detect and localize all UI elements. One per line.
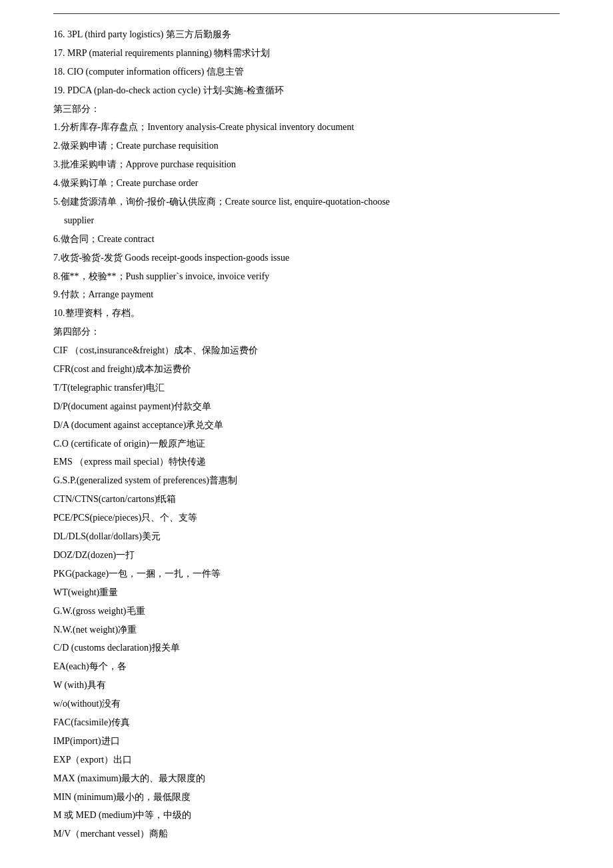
line-tt: T/T(telegraphic transfer)电汇 [53, 379, 560, 397]
line-4-purchase-order: 4.做采购订单；Create purchase order [53, 175, 560, 192]
line-exp: EXP（export）出口 [53, 751, 560, 769]
section-3-title: 第三部分： [53, 101, 560, 118]
main-content: 16. 3PL (third party logistics) 第三方后勤服务 … [53, 26, 560, 843]
line-9-payment: 9.付款；Arrange payment [53, 286, 560, 303]
line-5-supplier-cont: supplier [53, 212, 560, 229]
line-nw: N.W.(net weight)净重 [53, 621, 560, 639]
line-cif: CIF （cost,insurance&freight）成本、保险加运费价 [53, 342, 560, 359]
line-ea: EA(each)每个，各 [53, 658, 560, 675]
line-w: W (with)具有 [53, 677, 560, 694]
line-wo: w/o(without)没有 [53, 695, 560, 713]
line-17-mrp: 17. MRP (material requirements planning)… [53, 45, 560, 62]
line-pkg: PKG(package)一包，一捆，一扎，一件等 [53, 565, 560, 583]
line-doz: DOZ/DZ(dozen)一打 [53, 547, 560, 564]
line-wt: WT(weight)重量 [53, 584, 560, 601]
line-co: C.O (certificate of origin)一般原产地证 [53, 435, 560, 453]
line-10-archive: 10.整理资料，存档。 [53, 305, 560, 322]
line-16-3pl: 16. 3PL (third party logistics) 第三方后勤服务 [53, 26, 560, 43]
line-18-cio: 18. CIO (computer information officers) … [53, 63, 560, 81]
line-8-invoice: 8.催**，校验**；Push supplier`s invoice, invo… [53, 268, 560, 285]
line-dp: D/P(document against payment)付款交单 [53, 398, 560, 415]
line-dl: DL/DLS(dollar/dollars)美元 [53, 528, 560, 545]
line-da: D/A (document against acceptance)承兑交单 [53, 417, 560, 434]
section-4-title: 第四部分： [53, 323, 560, 341]
top-border [53, 13, 560, 14]
line-gsp: G.S.P.(generalized system of preferences… [53, 472, 560, 489]
line-imp: IMP(import)进口 [53, 733, 560, 750]
line-5-source-list: 5.创建货源清单，询价-报价-确认供应商；Create source list,… [53, 193, 560, 211]
line-6-contract: 6.做合同；Create contract [53, 231, 560, 248]
line-3-approve-req: 3.批准采购申请；Approve purchase requisition [53, 156, 560, 173]
line-med: M 或 MED (medium)中等，中级的 [53, 807, 560, 824]
line-ctn: CTN/CTNS(carton/cartons)纸箱 [53, 491, 560, 508]
line-cd: C/D (customs declaration)报关单 [53, 639, 560, 657]
line-mv: M/V（merchant vessel）商船 [53, 825, 560, 843]
line-min: MIN (minimum)最小的，最低限度 [53, 789, 560, 806]
line-7-goods-receipt: 7.收货-验货-发货 Goods receipt-goods inspectio… [53, 249, 560, 267]
line-fac: FAC(facsimile)传真 [53, 714, 560, 731]
line-pce: PCE/PCS(piece/pieces)只、个、支等 [53, 509, 560, 527]
line-cfr: CFR(cost and freight)成本加运费价 [53, 361, 560, 378]
line-ems: EMS （express mail special）特快传递 [53, 453, 560, 471]
line-19-pdca: 19. PDCA (plan-do-check action cycle) 计划… [53, 82, 560, 99]
line-max: MAX (maximum)最大的、最大限度的 [53, 770, 560, 787]
line-2-purchase-req: 2.做采购申请；Create purchase requisition [53, 137, 560, 155]
line-gw: G.W.(gross weight)毛重 [53, 603, 560, 620]
line-1-inventory: 1.分析库存-库存盘点；Inventory analysis-Create ph… [53, 119, 560, 136]
